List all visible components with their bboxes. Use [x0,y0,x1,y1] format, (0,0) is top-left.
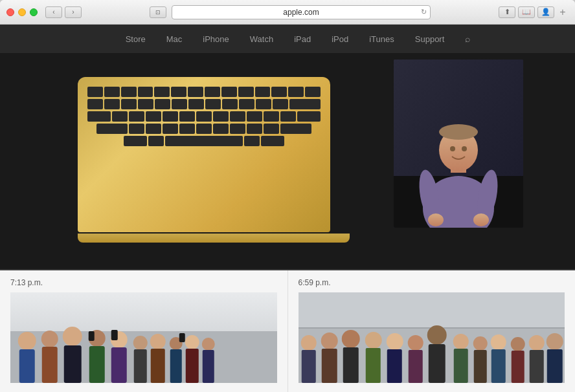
nav-item-itunes[interactable]: iTunes [359,25,405,53]
profile-button[interactable]: 👤 [537,6,554,18]
bookmarks-button[interactable]: 📖 [518,6,535,18]
key [213,111,229,122]
svg-point-5 [439,124,478,140]
address-bar[interactable]: apple.com ↻ [172,5,431,19]
svg-rect-27 [134,349,147,383]
svg-point-47 [341,330,359,348]
nav-item-mac[interactable]: Mac [156,25,193,53]
svg-point-59 [473,336,487,351]
svg-point-51 [386,333,403,350]
svg-rect-66 [529,350,543,383]
key [129,111,144,122]
nav-item-ipod[interactable]: iPod [321,25,359,53]
svg-point-28 [150,334,166,349]
back-button[interactable]: ‹ [45,6,62,18]
gallery-section: 7:13 p.m. [0,269,575,392]
new-tab-button[interactable]: + [557,6,569,18]
svg-rect-62 [491,349,505,383]
key [280,111,296,122]
svg-point-18 [41,331,58,347]
spacebar-key [165,136,243,146]
svg-point-43 [300,335,316,351]
macbook-body [78,77,330,232]
refresh-icon[interactable]: ↻ [421,8,427,16]
key-row-3 [87,111,321,122]
webpage: Store Mac iPhone Watch iPad iPod iTunes … [0,25,575,392]
minimize-button[interactable] [18,8,26,16]
macbook-base [78,234,350,243]
key [256,99,271,109]
traffic-lights [6,8,38,16]
svg-rect-38 [89,331,95,341]
main-content: 7:13 p.m. [0,53,575,392]
key [121,87,137,97]
svg-point-65 [528,335,544,351]
key [87,99,103,109]
crowd-scene-2 [299,292,565,383]
right-controls: ⬆ 📖 👤 + [499,6,569,18]
nav-item-iphone[interactable]: iPhone [192,25,239,53]
svg-rect-36 [111,330,118,340]
svg-rect-25 [111,347,127,383]
key [205,87,220,97]
svg-rect-54 [408,350,422,383]
svg-rect-37 [179,333,185,342]
key [239,99,254,109]
key [264,111,279,122]
svg-point-63 [510,337,524,351]
crowd-svg-1 [10,292,277,383]
nav-buttons: ‹ › [45,6,82,18]
svg-point-10 [428,213,444,226]
key [179,111,195,122]
nav-item-ipad[interactable]: iPad [284,25,321,53]
key [121,99,137,109]
key [112,111,128,122]
nav-item-support[interactable]: Support [405,25,455,53]
key [146,124,161,134]
gallery-time-2: 6:59 p.m. [299,278,565,287]
hero-area [0,53,575,269]
key [280,124,311,134]
key [289,99,321,109]
svg-point-6 [450,146,455,151]
key [163,111,178,122]
maximize-button[interactable] [30,8,38,16]
title-bar: ‹ › ⊡ apple.com ↻ ⬆ 📖 👤 + [0,0,575,25]
nav-search-icon[interactable]: ⌕ [455,25,480,53]
key [222,99,238,109]
key [104,87,120,97]
key [305,87,321,97]
presenter-figure [394,60,523,228]
forward-button[interactable]: › [65,6,82,18]
close-button[interactable] [6,8,14,16]
key [124,136,147,146]
key [221,87,237,97]
nav-item-watch[interactable]: Watch [240,25,284,53]
keyboard-area [84,83,324,226]
tab-button[interactable]: ⊡ [150,6,166,18]
key [288,87,304,97]
svg-point-7 [462,146,467,151]
svg-rect-31 [170,349,182,383]
key [154,87,170,97]
key [172,99,187,109]
svg-rect-35 [203,350,214,383]
share-button[interactable]: ⬆ [499,6,515,18]
key [247,124,262,134]
gallery-item-2: 6:59 p.m. [288,270,576,392]
nav-apple-logo[interactable] [95,25,115,53]
svg-point-16 [18,332,36,350]
svg-point-61 [490,334,506,350]
key [264,124,279,134]
key [196,111,212,122]
key [273,99,288,109]
key [205,99,221,109]
key [148,136,164,146]
presenter-svg [394,60,523,228]
key [238,87,254,97]
svg-rect-50 [365,348,380,383]
svg-point-45 [321,332,337,349]
svg-rect-46 [321,349,337,383]
nav-item-store[interactable]: Store [115,25,156,53]
crowd-scene-1 [10,292,277,383]
